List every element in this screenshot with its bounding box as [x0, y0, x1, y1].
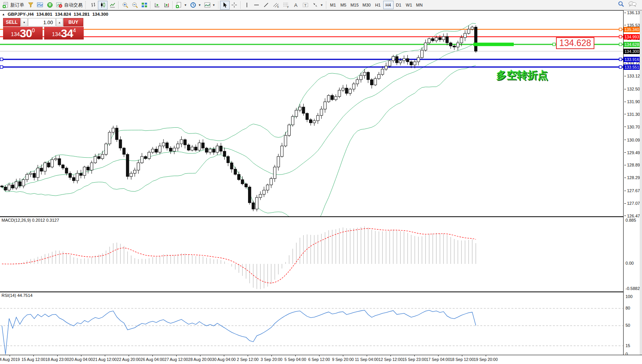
time-tick: [33, 355, 34, 356]
toolbar-separator: [172, 1, 173, 9]
templates-dropdown[interactable]: ▼: [203, 1, 217, 10]
time-label: 21 Aug 12:00: [93, 357, 117, 362]
new-order-icon: [3, 2, 9, 8]
tile-windows-button[interactable]: [139, 1, 149, 10]
channel-tool-button[interactable]: E: [271, 1, 281, 10]
time-tick: [414, 355, 415, 356]
tab-timeframe-M1[interactable]: M1: [328, 1, 338, 9]
search-icon[interactable]: [618, 1, 624, 7]
collapse-arrow-icon[interactable]: ▲: [2, 13, 5, 16]
svg-text:E: E: [277, 5, 279, 8]
auto-scroll-button[interactable]: [152, 1, 162, 10]
periods-icon: [190, 2, 196, 8]
tab-timeframe-D1[interactable]: D1: [394, 1, 404, 9]
periods-dropdown[interactable]: ▼: [189, 1, 203, 10]
time-label: 20 Aug 04:00: [69, 357, 93, 362]
zoom-out-icon: [132, 2, 138, 8]
price-badge: 133.551: [624, 64, 640, 70]
toolbar-separator: [240, 1, 241, 9]
time-tick: [248, 355, 248, 356]
buy-price[interactable]: 134344: [44, 27, 84, 40]
svg-text:T: T: [304, 3, 306, 7]
time-label: 30 Aug 04:00: [212, 357, 236, 362]
sell-button[interactable]: SELL: [3, 18, 20, 26]
turning-point-annotation[interactable]: 多空转折点: [496, 68, 548, 82]
time-label: 6 Sep 12:00: [308, 357, 330, 362]
vertical-line-tool-button[interactable]: [242, 1, 252, 10]
signals-button[interactable]: [45, 1, 55, 10]
candlestick-icon: [100, 2, 106, 8]
bar-chart-type-button[interactable]: [88, 1, 98, 10]
price-badge: 133.916: [624, 57, 640, 62]
toolbar-separator: [218, 1, 218, 9]
svg-text:A: A: [294, 2, 298, 8]
cursor-tool-button[interactable]: [220, 1, 230, 10]
horizontal-line-tool-button[interactable]: [252, 1, 261, 10]
tab-timeframe-M15[interactable]: M15: [349, 1, 361, 9]
volume-increase-button[interactable]: ▲: [56, 18, 63, 26]
time-tick: [152, 355, 153, 356]
label-tool-button[interactable]: T: [301, 1, 311, 10]
label-icon: T: [302, 2, 309, 8]
time-label: 18 Aug 23:00: [45, 357, 69, 362]
arrows-dropdown[interactable]: ▼: [311, 1, 325, 10]
time-label: 28 Aug 20:00: [188, 357, 212, 362]
candlestick-chart-type-button[interactable]: [98, 1, 108, 10]
chart-shift-button[interactable]: [162, 1, 171, 10]
tab-timeframe-M30[interactable]: M30: [361, 1, 372, 9]
price-chart-panel[interactable]: [0, 10, 623, 217]
new-order-button[interactable]: 新订单: [1, 1, 26, 10]
time-tick: [486, 355, 486, 356]
text-icon: A: [293, 2, 298, 8]
price-callout-box[interactable]: 134.628: [556, 37, 594, 49]
time-tick: [343, 355, 343, 356]
toolbar-separator: [326, 1, 326, 9]
bar-chart-icon: [90, 2, 96, 8]
chat-icon[interactable]: [628, 1, 637, 7]
sell-price[interactable]: 134300: [3, 27, 43, 40]
time-label: 15 Aug 12:00: [22, 357, 45, 362]
time-label: 5 Sep 04:00: [285, 357, 306, 362]
buy-button[interactable]: BUY: [63, 18, 83, 26]
symbol-info[interactable]: ▲ GBPJPY-,H4 134.801 134.824 134.281 134…: [2, 12, 108, 16]
crosshair-icon: [231, 2, 237, 8]
trendline-icon: [263, 2, 269, 8]
volume-input[interactable]: [28, 18, 56, 26]
zoom-in-button[interactable]: [120, 1, 130, 10]
signals-icon: [47, 2, 53, 8]
timeframe-group: M1M5M15M30H1H4D1W1MN: [328, 1, 425, 9]
autotrading-button[interactable]: 自动交易: [55, 1, 84, 10]
rsi-indicator-label: RSI(14) 44.7514: [2, 293, 33, 298]
time-label: 19 Sep 20:00: [474, 357, 498, 362]
zoom-out-button[interactable]: [130, 1, 139, 10]
volume-decrease-button[interactable]: ▼: [21, 18, 28, 26]
styles-button[interactable]: [26, 1, 35, 10]
arrows-icon: [312, 2, 318, 8]
tab-timeframe-M5[interactable]: M5: [338, 1, 349, 9]
charts-button[interactable]: [35, 1, 45, 10]
line-chart-type-button[interactable]: [108, 1, 117, 10]
autotrading-icon: [56, 2, 63, 8]
price-badge: 134.993: [624, 34, 640, 40]
trendline-tool-button[interactable]: [261, 1, 271, 10]
one-click-trading-panel: SELL ▼ ▲ BUY 134300 134344: [3, 18, 84, 40]
time-tick: [271, 355, 272, 356]
tab-timeframe-H4[interactable]: H4: [383, 1, 394, 9]
time-label: 11 Sep 04:00: [355, 357, 379, 362]
rsi-panel[interactable]: [0, 292, 623, 355]
macd-axis-label: -0.5882: [625, 286, 640, 291]
tab-timeframe-MN[interactable]: MN: [414, 1, 425, 9]
text-tool-button[interactable]: A: [291, 1, 301, 10]
time-label: 2 Sep 12:00: [237, 357, 259, 362]
tab-timeframe-W1[interactable]: W1: [404, 1, 414, 9]
crosshair-tool-button[interactable]: [230, 1, 239, 10]
time-label: 3 Sep 20:00: [261, 357, 283, 362]
new-chart-dropdown[interactable]: ▼: [174, 1, 189, 10]
time-label: 15 Sep 23:00: [402, 357, 426, 362]
symbol-name: GBPJPY-,H4: [8, 12, 34, 16]
macd-panel[interactable]: [0, 217, 623, 292]
fibonacci-tool-button[interactable]: F: [281, 1, 291, 10]
sell-price-prefix: 134: [11, 29, 20, 39]
chevron-down-icon: ▼: [212, 3, 215, 7]
tab-timeframe-H1[interactable]: H1: [373, 1, 383, 9]
